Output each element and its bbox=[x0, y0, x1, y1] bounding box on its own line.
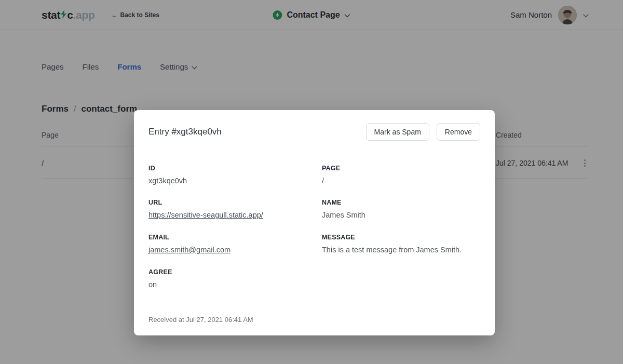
field-id: ID xgt3kqe0vh bbox=[148, 165, 322, 185]
mark-as-spam-button[interactable]: Mark as Spam bbox=[366, 123, 429, 141]
field-value: / bbox=[322, 177, 480, 185]
field-label: EMAIL bbox=[148, 234, 322, 241]
field-agree: AGREE on bbox=[148, 268, 322, 289]
remove-button[interactable]: Remove bbox=[437, 123, 480, 141]
field-email: EMAIL james.smith@gmail.com bbox=[148, 234, 322, 254]
field-label: AGREE bbox=[148, 268, 322, 276]
field-label: PAGE bbox=[322, 165, 480, 172]
modal-header: Entry #xgt3kqe0vh Mark as Spam Remove bbox=[134, 110, 495, 141]
field-label: URL bbox=[148, 199, 322, 206]
field-value: on bbox=[148, 280, 322, 289]
field-value: James Smith bbox=[322, 211, 480, 219]
field-value: This is a test message from James Smith. bbox=[322, 246, 480, 254]
field-label: ID bbox=[148, 165, 322, 172]
email-link[interactable]: james.smith@gmail.com bbox=[148, 246, 231, 254]
field-message: MESSAGE This is a test message from Jame… bbox=[322, 234, 480, 254]
field-label: NAME bbox=[322, 199, 480, 206]
entry-detail-modal: Entry #xgt3kqe0vh Mark as Spam Remove ID… bbox=[134, 110, 495, 335]
field-name: NAME James Smith bbox=[322, 199, 480, 220]
field-page: PAGE / bbox=[322, 165, 480, 185]
field-url: URL https://sensitive-seagull.static.app… bbox=[148, 199, 322, 220]
url-link[interactable]: https://sensitive-seagull.static.app/ bbox=[148, 211, 263, 219]
modal-title: Entry #xgt3kqe0vh bbox=[148, 127, 222, 137]
entry-fields: ID xgt3kqe0vh PAGE / URL https://sensiti… bbox=[134, 165, 495, 303]
field-label: MESSAGE bbox=[322, 234, 480, 241]
field-value: xgt3kqe0vh bbox=[148, 177, 322, 185]
received-at-text: Received at Jul 27, 2021 06:41 AM bbox=[148, 316, 253, 323]
